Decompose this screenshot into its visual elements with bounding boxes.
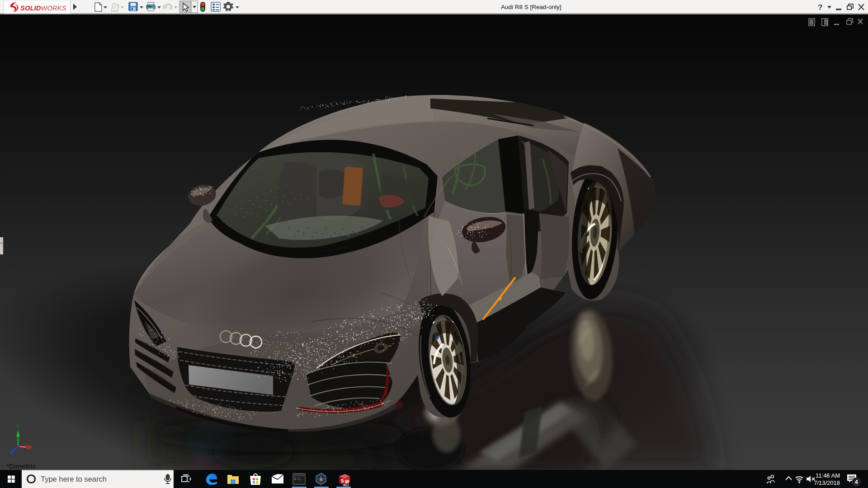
svg-text:Audi R8 S [Read-only]: Audi R8 S [Read-only] [501,4,561,10]
svg-text:?: ? [818,3,822,12]
svg-text:S: S [341,479,344,483]
svg-text:2017: 2017 [343,484,349,487]
svg-text:SOLIDWORKS: SOLIDWORKS [20,5,66,12]
svg-text:C:\_: C:\_ [294,477,302,481]
svg-text:4: 4 [854,479,858,485]
svg-text:Type here to search: Type here to search [41,475,107,483]
svg-text:11:46 AM: 11:46 AM [816,472,840,479]
svg-text:*Dimetric: *Dimetric [6,462,36,470]
svg-text:7/13/2018: 7/13/2018 [814,479,840,486]
